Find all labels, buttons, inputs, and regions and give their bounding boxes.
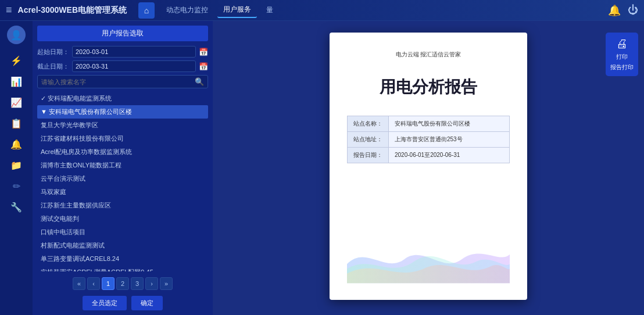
start-date-row: 起始日期： 📅	[37, 46, 208, 58]
top-nav: 动态电力监控 用户服务 量	[160, 2, 279, 18]
sidebar-icon-1[interactable]: 📊	[6, 72, 27, 91]
search-icon[interactable]: 🔍	[195, 77, 204, 86]
search-row: 🔍	[37, 75, 208, 88]
table-label-0: 站点名称：	[348, 116, 389, 132]
list-item[interactable]: 云平台演示测试	[37, 172, 208, 185]
print-label: 打印	[616, 53, 628, 61]
menu-icon[interactable]: ≡	[6, 4, 12, 16]
page-next-button[interactable]: ›	[145, 277, 158, 290]
wave-decoration	[347, 230, 510, 288]
list-item[interactable]: ▼ 安科瑞电气股份有限公司区楼	[37, 105, 208, 119]
end-date-input[interactable]	[72, 60, 196, 72]
print-sub-label: 报告打印	[610, 63, 634, 71]
sidebar-icon-4[interactable]: 🔔	[6, 135, 27, 153]
table-value-2: 2020-06-01至2020-06-31	[389, 148, 510, 163]
action-row: 全员选定 确定	[37, 296, 208, 310]
table-label-2: 报告日期：	[348, 148, 389, 163]
list-item[interactable]: 马双家庭	[37, 185, 208, 199]
home-button[interactable]: ⌂	[138, 2, 155, 19]
sidebar-icon-6[interactable]: ✏	[6, 177, 27, 195]
list-item[interactable]: 江苏省建材科技股份有限公司	[37, 132, 208, 145]
sidebar-icon-3[interactable]: 📋	[6, 114, 27, 133]
end-date-row: 截止日期： 📅	[37, 60, 208, 72]
start-date-label: 起始日期：	[37, 48, 69, 56]
confirm-button[interactable]: 确定	[131, 296, 163, 310]
list-item[interactable]: ✓ 安科瑞配电能监测系统	[37, 92, 208, 105]
list-item[interactable]: 测试交电能判	[37, 212, 208, 225]
report-header-small: 电力云端 报汇适信云管家	[396, 50, 461, 59]
end-date-label: 截止日期：	[37, 62, 69, 71]
page-prev-button[interactable]: ‹	[87, 277, 100, 290]
power-icon[interactable]: ⏻	[628, 4, 638, 16]
start-date-input[interactable]	[72, 46, 196, 58]
list-item[interactable]: 江苏新生主量数据供应区	[37, 199, 208, 212]
page-last-button[interactable]: »	[160, 277, 173, 290]
list-area: ✓ 安科瑞配电能监测系统▼ 安科瑞电气股份有限公司区楼 复旦大学光华教学区 江苏…	[37, 92, 208, 271]
report-title-main: 用电分析报告	[380, 76, 477, 98]
print-panel[interactable]: 🖨 打印 报告打印	[606, 33, 638, 76]
alarm-icon[interactable]: 🔔	[608, 4, 621, 17]
list-item[interactable]: 单三路变量调试ACREL8.24	[37, 252, 208, 266]
nav-item-1[interactable]: 用户服务	[217, 2, 257, 18]
report-card: 电力云端 报汇适信云管家 用电分析报告 站点名称： 安科瑞电气股份有限公司区楼 …	[330, 33, 527, 300]
search-input[interactable]	[41, 78, 195, 85]
page-1-button[interactable]: 1	[102, 277, 115, 290]
list-item[interactable]: 实机装置安ACREL测量ACREL配网9.45	[37, 266, 208, 271]
sidebar-icon-5[interactable]: 📁	[6, 156, 27, 174]
table-value-0: 安科瑞电气股份有限公司区楼	[389, 116, 510, 132]
panel-area: 用户报告选取 起始日期： 📅 截止日期： 📅 🔍 ✓ 安科瑞配电能监测系统▼ 安…	[33, 21, 213, 315]
table-label-1: 站点地址：	[348, 132, 389, 148]
start-date-calendar-icon[interactable]: 📅	[199, 48, 208, 56]
page-2-button[interactable]: 2	[116, 277, 129, 290]
table-row: 站点地址： 上海市普安区普通街253号	[348, 132, 510, 148]
panel-title: 用户报告选取	[37, 26, 208, 41]
left-sidebar: 👤 ⚡ 📊 📈 📋 🔔 📁 ✏ 🔧	[0, 21, 33, 315]
print-icon: 🖨	[616, 37, 628, 51]
nav-item-2[interactable]: 量	[260, 3, 279, 17]
main-area: 👤 ⚡ 📊 📈 📋 🔔 📁 ✏ 🔧 用户报告选取 起始日期： 📅 截止日期： 📅…	[0, 21, 644, 315]
content-area: 电力云端 报汇适信云管家 用电分析报告 站点名称： 安科瑞电气股份有限公司区楼 …	[213, 21, 644, 315]
table-value-1: 上海市普安区普通街253号	[389, 132, 510, 148]
avatar[interactable]: 👤	[7, 26, 26, 44]
sidebar-icon-2[interactable]: 📈	[6, 93, 27, 112]
report-info-table: 站点名称： 安科瑞电气股份有限公司区楼 站点地址： 上海市普安区普通街253号 …	[347, 116, 510, 163]
select-all-button[interactable]: 全员选定	[83, 296, 127, 310]
nav-item-0[interactable]: 动态电力监控	[160, 3, 214, 17]
page-3-button[interactable]: 3	[131, 277, 144, 290]
top-header: ≡ Acrel-3000WEB电能管理系统 ⌂ 动态电力监控 用户服务 量 🔔 …	[0, 0, 644, 21]
page-first-button[interactable]: «	[73, 277, 85, 290]
list-item[interactable]: Acrel配电房及功率数据监测系统	[37, 145, 208, 159]
end-date-calendar-icon[interactable]: 📅	[199, 62, 208, 71]
list-item[interactable]: 村新配式电能监测测试	[37, 239, 208, 252]
table-row: 报告日期： 2020-06-01至2020-06-31	[348, 148, 510, 163]
list-item[interactable]: 口镇中电活项目	[37, 225, 208, 239]
app-title: Acrel-3000WEB电能管理系统	[18, 5, 127, 16]
header-right: 🔔 ⏻	[608, 4, 638, 17]
sidebar-icon-7[interactable]: 🔧	[6, 198, 27, 216]
list-item[interactable]: 复旦大学光华教学区	[37, 119, 208, 132]
pagination-row: « ‹ 1 2 3 › »	[37, 275, 208, 292]
sidebar-icon-0[interactable]: ⚡	[6, 51, 27, 70]
table-row: 站点名称： 安科瑞电气股份有限公司区楼	[348, 116, 510, 132]
list-item[interactable]: 淄博市主数ONLY能数据工程	[37, 159, 208, 172]
